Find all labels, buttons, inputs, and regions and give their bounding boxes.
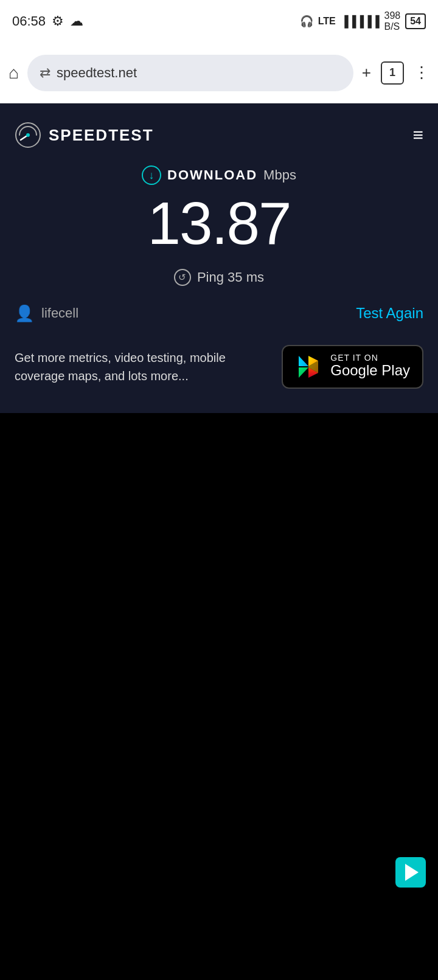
download-label-row: ↓ DOWNLOAD Mbps	[15, 165, 423, 185]
tab-count[interactable]: 1	[381, 61, 404, 85]
lte-label: LTE	[318, 16, 336, 27]
google-play-button[interactable]: GET IT ON Google Play	[282, 345, 423, 389]
home-button[interactable]: ⌂	[9, 63, 19, 83]
headphone-icon: 🎧	[300, 15, 313, 28]
signal-icon: ▐▐▐▐▐	[341, 15, 380, 28]
status-left: 06:58 ⚙ ☁	[12, 13, 83, 29]
google-play-text: GET IT ON Google Play	[330, 353, 410, 380]
ping-icon: ↺	[174, 269, 191, 286]
network-speed: 398B/S	[384, 10, 401, 32]
speedtest-logo: SPEEDTEST	[15, 122, 154, 148]
provider-info: 👤 lifecell	[15, 304, 78, 323]
promo-text: Get more metrics, video testing, mobile …	[15, 349, 269, 385]
status-right: 🎧 LTE ▐▐▐▐▐ 398B/S 54	[300, 10, 426, 32]
corner-play-triangle	[405, 864, 419, 881]
speedtest-logo-icon	[15, 122, 41, 148]
speedtest-header: SPEEDTEST ≡	[15, 122, 423, 148]
address-bar-icon: ⇄	[40, 65, 50, 81]
person-icon: 👤	[15, 304, 34, 323]
new-tab-button[interactable]: +	[362, 63, 371, 82]
battery-indicator: 54	[405, 13, 426, 29]
corner-play-icon[interactable]	[395, 857, 426, 888]
svg-point-1	[26, 133, 30, 137]
test-again-button[interactable]: Test Again	[356, 305, 423, 322]
speedtest-section: SPEEDTEST ≡ ↓ DOWNLOAD Mbps 13.87 ↺ Ping…	[0, 103, 438, 413]
url-text: speedtest.net	[57, 65, 137, 81]
get-it-on-label: GET IT ON	[330, 353, 410, 362]
browser-actions: + 1 ⋮	[362, 61, 429, 85]
download-arrow-icon: ↓	[142, 165, 161, 185]
svg-marker-3	[299, 367, 308, 378]
download-label-text: DOWNLOAD	[167, 167, 257, 183]
black-area	[0, 413, 438, 900]
status-bar: 06:58 ⚙ ☁ 🎧 LTE ▐▐▐▐▐ 398B/S 54	[0, 0, 438, 43]
hamburger-menu-icon[interactable]: ≡	[412, 125, 423, 145]
provider-name: lifecell	[41, 305, 78, 321]
google-play-store-label: Google Play	[330, 362, 410, 380]
download-unit-text: Mbps	[263, 167, 296, 183]
speedtest-logo-text: SPEEDTEST	[49, 126, 154, 145]
provider-row: 👤 lifecell Test Again	[15, 304, 423, 323]
browser-bar: ⌂ ⇄ speedtest.net + 1 ⋮	[0, 43, 438, 103]
ping-text: Ping 35 ms	[197, 269, 264, 285]
ping-row: ↺ Ping 35 ms	[15, 269, 423, 286]
svg-marker-2	[299, 356, 308, 366]
more-menu-button[interactable]: ⋮	[414, 63, 429, 82]
download-speed-value: 13.87	[15, 191, 423, 257]
status-time: 06:58	[12, 13, 46, 29]
settings-icon: ⚙	[52, 13, 64, 29]
google-play-icon	[295, 353, 322, 380]
app-promo-section: Get more metrics, video testing, mobile …	[15, 345, 423, 389]
address-bar[interactable]: ⇄ speedtest.net	[27, 55, 353, 91]
cloud-icon: ☁	[70, 13, 83, 29]
